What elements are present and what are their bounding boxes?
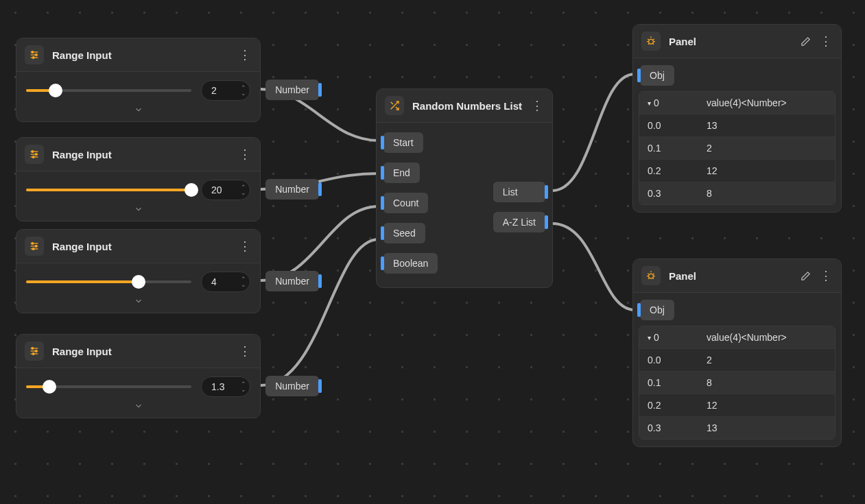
- sliders-icon: [25, 145, 44, 164]
- edit-icon[interactable]: [798, 269, 812, 283]
- edit-icon[interactable]: [798, 34, 812, 48]
- node-title: Range Input: [52, 346, 238, 357]
- sliders-icon: [25, 341, 44, 361]
- svg-point-15: [32, 243, 34, 245]
- more-icon[interactable]: ⋮: [530, 99, 544, 112]
- table-row: 0.013: [639, 114, 835, 136]
- range-input-node[interactable]: Range Input ⋮ 1.3 ⌃⌄ Number: [16, 334, 261, 418]
- input-port-end[interactable]: End: [383, 163, 420, 183]
- more-icon[interactable]: ⋮: [819, 34, 833, 48]
- svg-point-17: [32, 248, 34, 250]
- panel-table: ▾0 value(4)<Number> 0.02 0.18 0.212 0.31…: [639, 326, 836, 440]
- expand-button[interactable]: [26, 397, 250, 413]
- stepper[interactable]: ⌃⌄: [241, 80, 246, 101]
- svg-point-4: [35, 54, 37, 56]
- port-label: Number: [275, 184, 309, 195]
- table-col-0[interactable]: ▾0: [639, 326, 698, 348]
- input-port-seed[interactable]: Seed: [383, 223, 425, 243]
- port-label: List: [503, 187, 518, 197]
- range-input-node[interactable]: Range Input ⋮ 2 ⌃⌄ Number: [16, 38, 261, 122]
- output-port-number[interactable]: Number: [265, 179, 319, 200]
- port-label: A-Z List: [503, 217, 536, 228]
- node-title: Random Numbers List: [412, 100, 530, 112]
- bug-icon: [641, 266, 661, 285]
- output-port-list[interactable]: List: [493, 182, 545, 202]
- bug-icon: [641, 32, 661, 51]
- panel-node[interactable]: Panel ⋮ Obj ▾0 value(4)<Number> 0.013 0.…: [632, 24, 842, 213]
- port-label: Boolean: [393, 258, 428, 269]
- port-label: Count: [393, 197, 418, 208]
- sliders-icon: [25, 237, 44, 256]
- stepper[interactable]: ⌃⌄: [241, 376, 246, 397]
- svg-point-5: [32, 57, 34, 59]
- node-title: Panel: [669, 36, 798, 47]
- input-port-obj[interactable]: Obj: [640, 300, 674, 320]
- range-slider[interactable]: [26, 184, 191, 196]
- table-row: 0.313: [639, 416, 835, 439]
- output-port-number[interactable]: Number: [265, 376, 319, 396]
- table-row: 0.212: [639, 394, 835, 416]
- more-icon[interactable]: ⋮: [238, 344, 252, 358]
- table-col-1[interactable]: value(4)<Number>: [698, 92, 795, 114]
- table-row: 0.02: [639, 348, 835, 371]
- panel-table: ▾0 value(4)<Number> 0.013 0.12 0.212 0.3…: [639, 91, 836, 205]
- expand-button[interactable]: [26, 200, 250, 217]
- table-row: 0.38: [639, 182, 835, 204]
- expand-button[interactable]: [26, 292, 250, 309]
- port-label: Obj: [650, 70, 665, 81]
- table-col-1[interactable]: value(4)<Number>: [698, 326, 795, 348]
- range-slider[interactable]: [26, 381, 191, 393]
- node-title: Range Input: [52, 49, 238, 61]
- port-label: Obj: [650, 304, 665, 315]
- output-port-az-list[interactable]: A-Z List: [493, 212, 545, 232]
- port-label: End: [393, 167, 410, 178]
- range-input-node[interactable]: Range Input ⋮ 20 ⌃⌄ Number: [16, 137, 261, 221]
- table-row: 0.12: [639, 136, 835, 159]
- svg-point-3: [32, 51, 34, 53]
- svg-point-28: [649, 274, 654, 278]
- svg-point-22: [35, 350, 37, 352]
- more-icon[interactable]: ⋮: [238, 239, 252, 253]
- more-icon[interactable]: ⋮: [238, 48, 252, 62]
- node-title: Range Input: [52, 149, 238, 160]
- table-row: 0.212: [639, 159, 835, 182]
- range-slider[interactable]: [26, 84, 191, 97]
- input-port-count[interactable]: Count: [383, 193, 428, 213]
- output-port-number[interactable]: Number: [265, 271, 319, 291]
- svg-point-9: [32, 151, 34, 153]
- svg-point-21: [32, 348, 34, 350]
- output-port-number[interactable]: Number: [265, 80, 319, 100]
- stepper[interactable]: ⌃⌄: [241, 272, 246, 292]
- table-col-0[interactable]: ▾0: [639, 92, 698, 114]
- node-title: Panel: [669, 270, 798, 282]
- range-slider[interactable]: [26, 276, 191, 288]
- port-label: Number: [275, 381, 309, 392]
- more-icon[interactable]: ⋮: [819, 269, 833, 283]
- sliders-icon: [25, 45, 44, 64]
- stepper[interactable]: ⌃⌄: [241, 180, 246, 200]
- node-title: Range Input: [52, 241, 238, 252]
- input-port-start[interactable]: Start: [383, 132, 423, 153]
- svg-point-16: [35, 245, 37, 248]
- port-label: Start: [393, 137, 414, 148]
- shuffle-icon: [385, 96, 404, 115]
- svg-line-26: [391, 102, 393, 104]
- expand-button[interactable]: [26, 101, 250, 117]
- port-label: Seed: [393, 228, 416, 239]
- svg-point-27: [649, 39, 654, 44]
- input-port-boolean[interactable]: Boolean: [383, 253, 438, 274]
- panel-node[interactable]: Panel ⋮ Obj ▾0 value(4)<Number> 0.02 0.1…: [632, 259, 842, 447]
- svg-point-11: [32, 156, 34, 158]
- table-row: 0.18: [639, 371, 835, 394]
- random-numbers-list-node[interactable]: Random Numbers List ⋮ Start End Count Se…: [376, 88, 553, 288]
- port-label: Number: [275, 276, 309, 287]
- more-icon[interactable]: ⋮: [238, 147, 252, 161]
- range-input-node[interactable]: Range Input ⋮ 4 ⌃⌄ Number: [16, 229, 261, 313]
- port-label: Number: [275, 84, 309, 95]
- svg-point-23: [32, 353, 34, 355]
- input-port-obj[interactable]: Obj: [640, 65, 674, 86]
- svg-point-10: [35, 154, 37, 156]
